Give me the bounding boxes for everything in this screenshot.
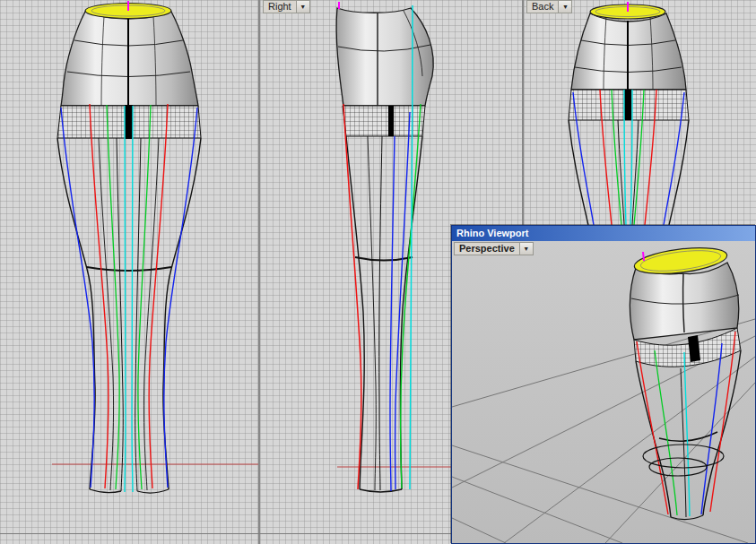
pants-front-body — [61, 12, 198, 106]
right-curves-red — [343, 104, 361, 489]
front-curves-red — [90, 104, 168, 488]
pants-back-mesh-band — [569, 90, 689, 120]
persp-curves-blue — [701, 343, 722, 514]
viewport-title-right-label[interactable]: Right — [263, 0, 296, 13]
front-view-canvas[interactable] — [0, 0, 258, 544]
pants-right-body — [336, 8, 433, 106]
pants-front-waist-opening — [85, 1, 171, 19]
pants-back-waist-opening — [590, 2, 665, 19]
chevron-down-icon[interactable]: ▼ — [296, 0, 310, 13]
chevron-down-icon[interactable]: ▼ — [519, 242, 534, 255]
front-curves-blue — [61, 108, 197, 488]
viewport-title-perspective-label[interactable]: Perspective — [454, 242, 519, 255]
viewport-title-perspective[interactable]: Perspective ▼ — [454, 242, 534, 255]
floating-window-title: Rhino Viewport — [456, 228, 528, 238]
pants-back-leg-wireframe — [569, 120, 689, 225]
viewport-title-back[interactable]: Back ▼ — [526, 0, 572, 13]
viewport-title-right[interactable]: Right ▼ — [263, 0, 310, 13]
persp-magenta-marker — [643, 252, 644, 261]
rhino-workspace: Right ▼ — [0, 0, 756, 544]
viewport-front[interactable] — [0, 0, 258, 544]
pants-front-leg-wireframe — [57, 138, 201, 493]
front-curves-cyan — [125, 106, 133, 492]
perspective-view-canvas[interactable] — [452, 241, 755, 543]
floating-window-titlebar[interactable]: Rhino Viewport — [452, 226, 755, 241]
viewport-bottom-border — [0, 533, 451, 534]
viewport-title-back-label[interactable]: Back — [526, 0, 558, 13]
pants-front-mesh-band — [57, 105, 201, 139]
viewport-perspective[interactable]: Perspective ▼ — [452, 241, 755, 543]
chevron-down-icon[interactable]: ▼ — [558, 0, 572, 13]
rhino-viewport-window[interactable]: Rhino Viewport — [451, 225, 756, 544]
persp-curves-green — [655, 350, 677, 515]
